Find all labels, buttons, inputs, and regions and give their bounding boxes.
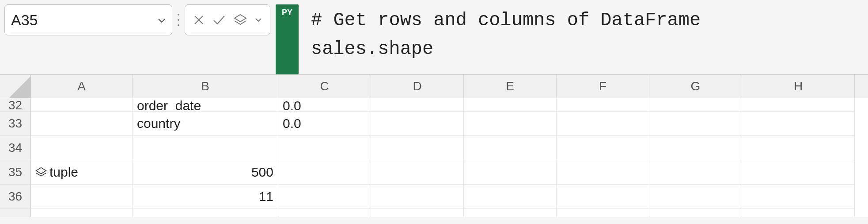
cell[interactable] <box>278 160 371 185</box>
cell[interactable] <box>31 98 133 112</box>
grid-row <box>0 209 868 217</box>
row-header[interactable]: 34 <box>0 136 31 160</box>
cell[interactable] <box>464 98 557 112</box>
cell[interactable] <box>371 112 464 136</box>
cell[interactable] <box>557 160 649 185</box>
grid-row: 32order_date0.0 <box>0 98 868 112</box>
grid-row: 33country0.0 <box>0 112 868 136</box>
column-header[interactable]: F <box>557 75 649 98</box>
cell[interactable] <box>649 136 742 160</box>
column-header[interactable]: B <box>133 75 278 98</box>
cell[interactable] <box>557 112 649 136</box>
cell[interactable] <box>133 209 278 217</box>
chevron-down-icon[interactable] <box>255 18 262 22</box>
separator-icon <box>178 4 179 35</box>
accept-icon[interactable] <box>212 14 226 26</box>
cell[interactable] <box>742 98 855 112</box>
cell[interactable] <box>649 209 742 217</box>
cell[interactable] <box>742 160 855 185</box>
cell[interactable]: order_date <box>133 98 278 112</box>
cell[interactable] <box>31 209 133 217</box>
formula-controls <box>185 4 270 35</box>
python-badge: PY <box>276 4 299 74</box>
cancel-icon[interactable] <box>193 14 205 26</box>
spreadsheet-grid: A B C D E F G H 32order_date0.033country… <box>0 74 868 217</box>
cell[interactable] <box>133 136 278 160</box>
cell[interactable]: tuple <box>31 160 133 185</box>
cell[interactable] <box>371 185 464 209</box>
select-all-corner[interactable] <box>0 75 31 98</box>
grid-row: 3611 <box>0 185 868 209</box>
layers-icon <box>35 166 47 178</box>
formula-editor[interactable]: # Get rows and columns of DataFrame sale… <box>304 4 701 72</box>
cell[interactable] <box>649 185 742 209</box>
svg-marker-2 <box>235 15 246 22</box>
cell[interactable] <box>278 209 371 217</box>
cell[interactable] <box>464 136 557 160</box>
cell[interactable] <box>371 136 464 160</box>
cell[interactable] <box>371 209 464 217</box>
svg-marker-3 <box>36 168 46 174</box>
cell[interactable] <box>742 112 855 136</box>
cell[interactable] <box>31 112 133 136</box>
column-header[interactable]: C <box>278 75 371 98</box>
formula-line-2: sales.shape <box>311 39 433 60</box>
row-header[interactable]: 36 <box>0 185 31 209</box>
cell[interactable] <box>31 136 133 160</box>
cell[interactable]: country <box>133 112 278 136</box>
formula-bar-area: A35 PY # Get rows and columns of DataFra… <box>0 0 868 72</box>
row-header[interactable]: 35 <box>0 160 31 185</box>
cell[interactable] <box>464 209 557 217</box>
cell[interactable] <box>649 112 742 136</box>
cell[interactable] <box>557 136 649 160</box>
cell[interactable] <box>742 136 855 160</box>
cell[interactable] <box>557 209 649 217</box>
grid-row: 35tuple500 <box>0 160 868 185</box>
name-box-value: A35 <box>11 12 38 29</box>
row-header[interactable] <box>0 209 31 217</box>
column-header[interactable]: H <box>742 75 855 98</box>
cell[interactable]: 0.0 <box>278 112 371 136</box>
cell[interactable]: 500 <box>133 160 278 185</box>
column-header[interactable]: A <box>31 75 133 98</box>
name-box[interactable]: A35 <box>4 4 172 35</box>
row-header[interactable]: 33 <box>0 112 31 136</box>
column-header[interactable]: D <box>371 75 464 98</box>
layers-icon[interactable] <box>234 14 247 26</box>
grid-row: 34 <box>0 136 868 160</box>
cell[interactable] <box>742 185 855 209</box>
column-header[interactable]: G <box>649 75 742 98</box>
cell[interactable] <box>557 185 649 209</box>
cell[interactable] <box>31 185 133 209</box>
cell[interactable]: 0.0 <box>278 98 371 112</box>
cell[interactable] <box>557 98 649 112</box>
cell[interactable] <box>464 160 557 185</box>
cell[interactable] <box>371 98 464 112</box>
column-header[interactable]: E <box>464 75 557 98</box>
cell[interactable] <box>464 185 557 209</box>
cell[interactable]: 11 <box>133 185 278 209</box>
column-headers-row: A B C D E F G H <box>0 74 868 98</box>
cell[interactable] <box>649 98 742 112</box>
cell[interactable] <box>278 136 371 160</box>
cell[interactable] <box>742 209 855 217</box>
cell[interactable] <box>464 112 557 136</box>
formula-line-1: # Get rows and columns of DataFrame <box>311 10 701 31</box>
row-header[interactable]: 32 <box>0 98 31 112</box>
cell[interactable] <box>371 160 464 185</box>
cell[interactable] <box>278 185 371 209</box>
cell[interactable] <box>649 160 742 185</box>
chevron-down-icon[interactable] <box>158 14 166 26</box>
